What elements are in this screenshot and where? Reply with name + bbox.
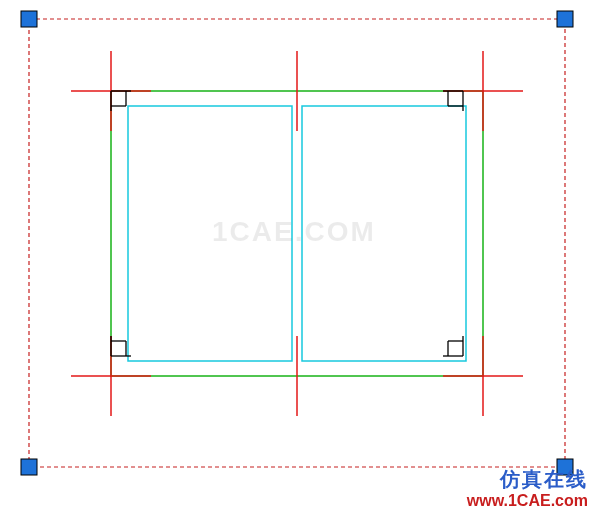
branding-block: 仿真在线 www.1CAE.com	[467, 467, 588, 510]
outer-rectangle[interactable]	[111, 91, 483, 376]
branding-cn-text: 仿真在线	[467, 467, 588, 491]
selection-handle-2[interactable]	[21, 459, 37, 475]
cad-canvas[interactable]	[0, 0, 598, 516]
branding-url-text: www.1CAE.com	[467, 491, 588, 510]
selection-handle-0[interactable]	[21, 11, 37, 27]
inner-rectangle-0[interactable]	[128, 106, 292, 361]
inner-rectangle-1[interactable]	[302, 106, 466, 361]
selection-handle-1[interactable]	[557, 11, 573, 27]
